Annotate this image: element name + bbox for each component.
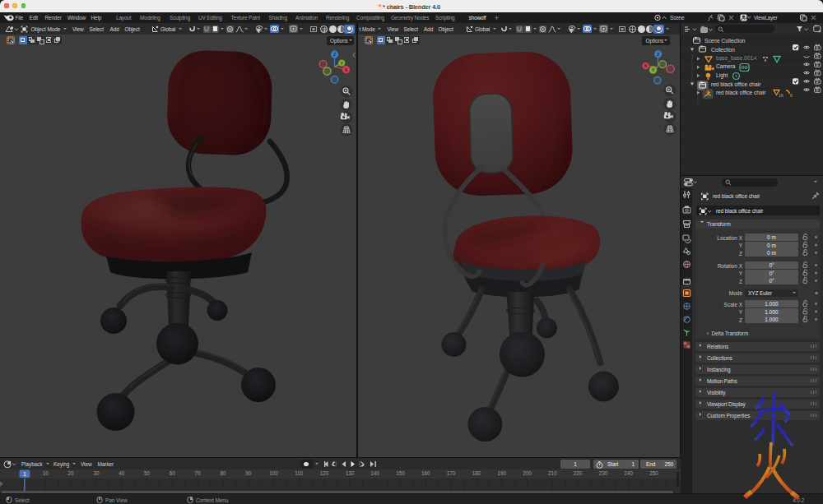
- svg-text:140: 140: [370, 470, 379, 476]
- svg-text:70: 70: [195, 470, 202, 476]
- svg-text:1: 1: [23, 471, 26, 477]
- svg-text:20: 20: [68, 470, 75, 476]
- svg-text:60: 60: [170, 470, 176, 476]
- svg-text:X: X: [345, 67, 348, 72]
- svg-text:120: 120: [320, 470, 329, 476]
- svg-text:170: 170: [447, 470, 456, 476]
- svg-text:100: 100: [269, 470, 278, 476]
- svg-text:Y: Y: [340, 61, 343, 66]
- svg-text:180: 180: [472, 470, 481, 476]
- svg-text:red black office chair: red black office chair: [711, 81, 761, 87]
- svg-text:90: 90: [245, 470, 252, 476]
- svg-text:230: 230: [599, 470, 608, 476]
- svg-text:190: 190: [497, 470, 506, 476]
- svg-text:240: 240: [624, 470, 633, 476]
- svg-text:210: 210: [548, 470, 557, 476]
- svg-text:Light: Light: [716, 72, 728, 79]
- svg-text:80: 80: [220, 470, 226, 476]
- svg-text:10: 10: [43, 470, 49, 476]
- svg-text:150: 150: [396, 470, 405, 476]
- svg-text:200: 200: [523, 470, 532, 476]
- svg-text:160: 160: [421, 470, 430, 476]
- svg-text:Y: Y: [652, 67, 655, 72]
- svg-text:Collection: Collection: [711, 47, 735, 53]
- svg-text:18: 18: [779, 93, 783, 98]
- svg-text:110: 110: [295, 470, 304, 476]
- svg-text:red black office chair: red black office chair: [716, 90, 766, 95]
- svg-text:220: 220: [574, 470, 583, 476]
- svg-text:30: 30: [93, 470, 100, 476]
- svg-text:base_base.001: base_base.001: [716, 55, 753, 62]
- svg-text:Scene Collection: Scene Collection: [704, 38, 746, 44]
- svg-text:130: 130: [346, 470, 355, 476]
- svg-text:Camera: Camera: [716, 63, 736, 69]
- svg-text:40: 40: [119, 470, 125, 476]
- svg-text:250: 250: [649, 470, 658, 476]
- svg-text:50: 50: [144, 470, 151, 476]
